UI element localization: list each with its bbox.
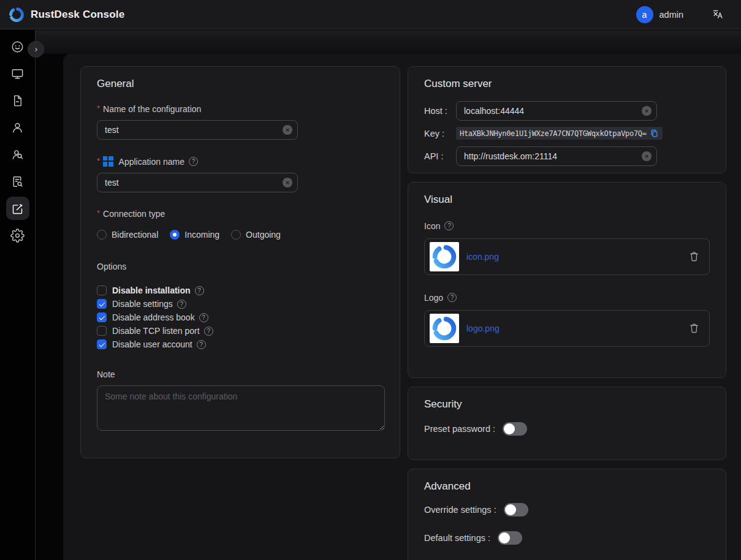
sidebar-item-settings[interactable]: [0, 222, 35, 249]
sidebar-item-sessions[interactable]: [0, 87, 35, 114]
sidebar-expand-button[interactable]: [28, 41, 44, 58]
clear-icon[interactable]: [642, 151, 652, 161]
clear-icon[interactable]: [283, 178, 292, 187]
radio-bidirectional[interactable]: Bidirectional: [97, 230, 158, 240]
help-icon[interactable]: [447, 293, 457, 302]
topbar: RustDesk Console a admin: [0, 0, 741, 29]
option-disable-address-book: Disable address book: [97, 312, 384, 322]
language-switch-button[interactable]: [710, 7, 725, 22]
sidebar: [0, 30, 36, 560]
clear-icon[interactable]: [642, 106, 652, 116]
option-disable-user-account: Disable user account: [97, 339, 384, 349]
override-settings-row: Override settings :: [424, 502, 710, 517]
radio-dot: [97, 230, 107, 240]
sidebar-item-devices[interactable]: [0, 60, 35, 87]
override-settings-label: Override settings :: [424, 505, 496, 515]
checkbox[interactable]: [97, 326, 107, 336]
user-icon: [10, 121, 25, 135]
checkbox-label: Disable user account: [112, 339, 192, 349]
document-icon: [10, 94, 25, 108]
api-input[interactable]: [456, 146, 657, 166]
translate-icon: [712, 8, 724, 21]
radio-dot: [231, 230, 241, 240]
application-name-input[interactable]: [97, 173, 298, 192]
monitor-icon: [10, 67, 25, 81]
app-title: RustDesk Console: [31, 9, 124, 21]
delete-logo-button[interactable]: [688, 322, 701, 335]
default-settings-row: Default settings :: [424, 531, 710, 545]
general-title: General: [97, 78, 384, 91]
help-icon[interactable]: [177, 300, 186, 309]
custom-server-card: Custom server Host : Key : HtaXBkJNHyn0e…: [408, 66, 726, 173]
api-input-wrap: [456, 146, 657, 166]
sidebar-item-configurations[interactable]: [0, 195, 35, 222]
required-asterisk: *: [97, 104, 100, 113]
brand: RustDesk Console: [9, 7, 124, 23]
default-settings-label: Default settings :: [424, 533, 490, 543]
radio-dot: [170, 230, 180, 240]
custom-server-title: Custom server: [424, 78, 710, 91]
application-name-input-wrap: [97, 173, 298, 192]
logo-file-box: logo.png: [424, 310, 710, 347]
preset-password-toggle[interactable]: [503, 422, 527, 436]
host-input[interactable]: [456, 101, 657, 121]
rustdesk-logo-icon: [431, 244, 457, 270]
radio-incoming[interactable]: Incoming: [170, 230, 219, 240]
icon-label: Icon: [424, 221, 710, 231]
icon-file-box: icon.png: [424, 238, 710, 275]
username[interactable]: admin: [659, 10, 684, 20]
help-icon[interactable]: [204, 327, 213, 336]
api-row: API :: [424, 146, 710, 166]
name-input-wrap: [97, 120, 298, 140]
checkbox[interactable]: [97, 286, 107, 295]
application-name-label: * Application name: [97, 156, 384, 167]
preset-password-label: Preset password :: [424, 424, 495, 434]
required-asterisk: *: [97, 208, 100, 218]
logo-thumbnail: [430, 314, 459, 343]
sidebar-item-audit[interactable]: [0, 168, 35, 195]
help-icon[interactable]: [199, 313, 208, 322]
help-icon[interactable]: [189, 157, 198, 166]
file-search-icon: [10, 175, 25, 189]
connection-type-radios: Bidirectional Incoming Outgoing: [97, 229, 384, 240]
sidebar-item-groups[interactable]: [0, 141, 35, 168]
checkbox[interactable]: [97, 339, 107, 349]
content-panel: General * Name of the configuration * Ap…: [63, 54, 741, 560]
logo-label: Logo: [424, 292, 710, 303]
checkbox-label: Disable settings: [112, 299, 173, 309]
note-label: Note: [97, 369, 384, 379]
help-icon[interactable]: [444, 221, 454, 230]
radio-label: Bidirectional: [112, 230, 158, 240]
avatar[interactable]: a: [636, 6, 653, 23]
checkbox[interactable]: [97, 312, 107, 322]
visual-card: Visual Icon icon.png: [408, 182, 726, 378]
name-input[interactable]: [97, 120, 298, 140]
sidebar-item-users[interactable]: [0, 114, 35, 141]
gear-icon: [10, 229, 25, 243]
checkbox-label: Disable address book: [112, 312, 195, 322]
icon-thumbnail: [430, 242, 459, 271]
key-value: HtaXBkJNHyn0e1U1jWXze7A7CN7QTGWqxkOtpaVp…: [460, 129, 647, 138]
visual-title: Visual: [424, 194, 710, 207]
key-label: Key :: [424, 129, 456, 138]
icon-file-link[interactable]: icon.png: [466, 252, 499, 262]
delete-icon-button[interactable]: [688, 251, 701, 263]
logo-file-link[interactable]: logo.png: [466, 324, 500, 333]
radio-outgoing[interactable]: Outgoing: [231, 230, 281, 240]
checkbox[interactable]: [97, 299, 107, 309]
clear-icon[interactable]: [283, 125, 292, 135]
api-label: API :: [424, 151, 456, 161]
note-textarea[interactable]: [97, 385, 385, 431]
default-settings-toggle[interactable]: [498, 531, 522, 545]
radio-label: Outgoing: [246, 230, 281, 240]
rustdesk-logo-icon: [9, 7, 25, 23]
help-icon[interactable]: [195, 286, 204, 295]
key-value-chip: HtaXBkJNHyn0e1U1jWXze7A7CN7QTGWqxkOtpaVp…: [456, 127, 663, 140]
smiley-icon: [10, 40, 25, 54]
user-search-icon: [10, 148, 25, 162]
help-icon[interactable]: [197, 340, 206, 349]
override-settings-toggle[interactable]: [504, 503, 528, 516]
copy-icon[interactable]: [650, 129, 659, 138]
options-label: Options: [97, 261, 384, 271]
host-input-wrap: [456, 101, 657, 121]
